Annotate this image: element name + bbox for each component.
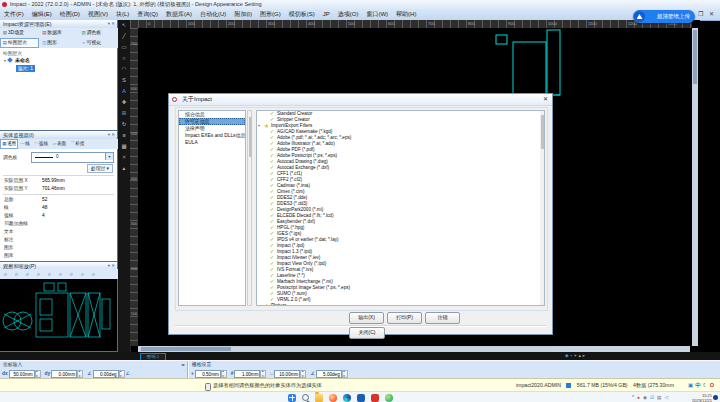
- tray-red-icon[interactable]: ●: [637, 395, 640, 400]
- field-input[interactable]: 0.50mm: [195, 370, 221, 378]
- app-green-icon[interactable]: [385, 394, 393, 402]
- about-category-item[interactable]: 许可证信息: [179, 118, 245, 125]
- menu-item[interactable]: 窗口(W): [362, 9, 392, 20]
- magnifier-icon[interactable]: ⌕: [77, 269, 88, 279]
- tray-speaker-icon[interactable]: ◁: [664, 395, 668, 400]
- field-input[interactable]: 5.00deg: [316, 370, 342, 378]
- about-category-item[interactable]: EULA: [179, 139, 245, 146]
- field-input[interactable]: 1.00mm: [234, 370, 260, 378]
- panel-close-icon[interactable]: ✕: [111, 21, 115, 26]
- magnifier-icon[interactable]: ⌕: [66, 269, 77, 279]
- tray-chevron-icon[interactable]: ^: [632, 395, 634, 400]
- menu-item[interactable]: 附加(I): [230, 9, 256, 20]
- palette-dropdown[interactable]: 0 ▾: [31, 152, 114, 163]
- tray-monitor-icon[interactable]: ▤: [657, 395, 661, 400]
- menu-item[interactable]: 块(L): [112, 9, 133, 20]
- menu-item[interactable]: 绘图(D): [56, 9, 84, 20]
- scrollbar-thumb[interactable]: [249, 117, 252, 157]
- magnifier-icon[interactable]: ⌕: [0, 269, 11, 279]
- dialog-button[interactable]: 注销: [425, 312, 460, 324]
- spinner-icon[interactable]: [77, 370, 83, 378]
- spinner-icon[interactable]: [342, 370, 348, 378]
- sheet-tab[interactable]: 图纸:1: [140, 353, 166, 360]
- scrollbar-thumb[interactable]: [693, 30, 697, 84]
- fit-view-icon[interactable]: ◆: [565, 353, 569, 358]
- firefox-icon[interactable]: [329, 394, 337, 402]
- panel-pin-icon[interactable]: ▾: [108, 21, 110, 26]
- monitor-tab[interactable]: ⌒桥接: [68, 139, 86, 149]
- spinner-icon[interactable]: [35, 370, 41, 378]
- menu-item[interactable]: 自动化(U): [196, 9, 230, 20]
- category-list-scrollbar[interactable]: [247, 110, 252, 306]
- edge-icon[interactable]: [343, 394, 351, 402]
- overview-preview[interactable]: [0, 279, 117, 351]
- panel-close-icon[interactable]: ✕: [111, 132, 115, 137]
- monitor-tab[interactable]: ▦通用: [0, 139, 18, 149]
- dialog-button[interactable]: 输出(X): [349, 312, 384, 324]
- menu-item[interactable]: 查询(Q): [133, 9, 162, 20]
- dialog-button[interactable]: 打印(P): [387, 312, 422, 324]
- menu-item[interactable]: 编辑(E): [28, 9, 56, 20]
- down-icon[interactable]: ▾: [574, 353, 576, 358]
- tray-gear-icon[interactable]: ◉: [643, 395, 647, 400]
- expand-arrow-icon[interactable]: ▸: [258, 303, 260, 306]
- panel-pin-icon[interactable]: ▾: [108, 263, 110, 268]
- window-tray-icon[interactable]: ▣: [688, 382, 693, 388]
- magnifier-icon[interactable]: ⌕: [55, 269, 66, 279]
- menu-item[interactable]: 选项(O): [334, 9, 363, 20]
- monitor-tab[interactable]: ▱表面: [50, 139, 68, 149]
- panel-pin-icon[interactable]: ▾: [108, 132, 110, 137]
- ime-chinese-icon[interactable]: 中: [695, 382, 701, 388]
- pan-icon[interactable]: ▪: [571, 353, 573, 358]
- up-icon[interactable]: ▴: [579, 353, 581, 358]
- next-icon[interactable]: ▸: [583, 353, 585, 358]
- explorer-view-button[interactable]: ◫图形: [39, 38, 78, 48]
- start-icon[interactable]: [288, 394, 296, 402]
- explorer-view-button[interactable]: ⌕可视化: [79, 38, 118, 48]
- explorer-view-button[interactable]: ▥调色板: [79, 28, 118, 38]
- explorer-view-button[interactable]: ▦3D场景: [0, 28, 39, 38]
- app-blue-icon[interactable]: [357, 394, 365, 402]
- toolbar-nav-icon[interactable]: ▸: [183, 362, 185, 367]
- menu-item[interactable]: 文件(F): [0, 9, 28, 20]
- magnifier-icon[interactable]: ⌕: [11, 269, 22, 279]
- monitor-tab[interactable]: ◠弧线: [32, 139, 50, 149]
- magnifier-icon[interactable]: ⌕: [88, 269, 99, 279]
- field-input[interactable]: 10.00mm: [274, 370, 300, 378]
- spinner-icon[interactable]: [300, 370, 306, 378]
- menu-item[interactable]: 模切板(S): [285, 9, 319, 20]
- tree-child-node-selected[interactable]: 版次: 1: [16, 65, 35, 72]
- field-input[interactable]: 0.00mm: [51, 370, 77, 378]
- magnifier-icon[interactable]: ⌕: [44, 269, 55, 279]
- menu-item[interactable]: JP: [319, 9, 334, 20]
- angle-icon[interactable]: ∠: [126, 371, 130, 376]
- canvas-vscrollbar[interactable]: [692, 28, 698, 346]
- tray-check-icon[interactable]: ☑: [650, 395, 654, 400]
- dialog-close-button[interactable]: ✕: [543, 94, 548, 105]
- restore-button[interactable]: ❐: [696, 11, 705, 17]
- panel-close-icon[interactable]: ✕: [111, 263, 115, 268]
- magnifier-icon[interactable]: ⌕: [33, 269, 44, 279]
- menu-item[interactable]: 图形(G): [256, 9, 285, 20]
- about-category-item[interactable]: 综合信息: [179, 111, 245, 118]
- menu-item[interactable]: 视图(V): [84, 9, 112, 20]
- monitor-tab[interactable]: —线: [18, 139, 32, 149]
- search-icon[interactable]: [302, 394, 309, 401]
- scrollbar-thumb[interactable]: [141, 347, 231, 351]
- cloud-upload-button[interactable]: 超清壁纸上传: [633, 10, 695, 23]
- explorer-view-button[interactable]: ▤数据库: [39, 28, 78, 38]
- app-red-icon[interactable]: [371, 394, 379, 402]
- notification-bell-icon[interactable]: [713, 395, 718, 400]
- chevron-down-icon[interactable]: ▾: [105, 153, 113, 160]
- explorer-icon[interactable]: [315, 394, 323, 402]
- field-input[interactable]: 50.00mm: [9, 370, 35, 378]
- field-input[interactable]: 0.00deg: [93, 370, 119, 378]
- explorer-view-button[interactable]: ▤绘图层次: [0, 38, 39, 48]
- process-filter-button[interactable]: 处理过 ▾: [87, 164, 113, 173]
- menu-item[interactable]: 数据库(A): [162, 9, 196, 20]
- tree-root-node[interactable]: 未命名: [4, 57, 30, 63]
- dialog-close-action-button[interactable]: 关闭(C): [349, 327, 385, 339]
- moon-icon[interactable]: ☾: [703, 382, 708, 388]
- spinner-icon[interactable]: [119, 370, 125, 378]
- magnifier-icon[interactable]: ⌕: [22, 269, 33, 279]
